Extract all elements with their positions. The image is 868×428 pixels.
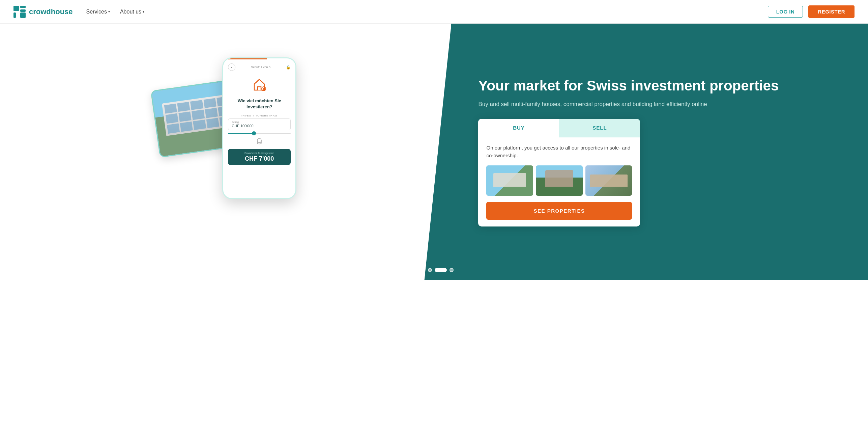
betrag-label: Betrag: [232, 121, 287, 123]
login-button[interactable]: LOG IN: [768, 6, 803, 18]
phone-slider[interactable]: [228, 133, 291, 134]
dots-indicator: [414, 268, 454, 272]
nav-links: Services ▾ About us ▾: [86, 9, 145, 15]
svg-rect-0: [13, 6, 19, 11]
slider-fill: [228, 133, 253, 134]
phone-question: Wie viel möchten Sie investieren?: [228, 98, 291, 110]
phone-content: Wie viel möchten Sie investieren? INVEST…: [223, 73, 295, 198]
phone-step-label: Schritt 1 von 5: [251, 65, 270, 69]
svg-rect-4: [20, 12, 26, 18]
building-silhouette-1: [493, 173, 526, 187]
house-icon: [228, 77, 291, 95]
slider-thumb: [252, 131, 256, 135]
chevron-down-icon: ▾: [143, 10, 144, 14]
svg-rect-1: [20, 6, 26, 8]
hero-section: ‹ Schritt 1 von 5 🔒 Wie viel: [0, 24, 868, 280]
hero-right: Your market for Swiss investment propert…: [451, 24, 868, 280]
phone-container: ‹ Schritt 1 von 5 🔒 Wie viel: [155, 57, 296, 246]
dot-5[interactable]: [450, 268, 454, 272]
logo[interactable]: crowdhouse: [13, 6, 73, 18]
card-description: On our platform, you get access to all o…: [486, 144, 632, 159]
dot-3[interactable]: [428, 268, 432, 272]
hero-title: Your market for Swiss investment propert…: [478, 77, 848, 94]
tab-buy[interactable]: BUY: [478, 119, 559, 137]
phone-input-field[interactable]: Betrag CHF 100'000: [228, 118, 291, 130]
phone-result-box: Erwarteter Jahresgewinn CHF 7'000: [228, 149, 291, 165]
result-label: Erwarteter Jahresgewinn: [231, 152, 287, 155]
see-properties-button[interactable]: SEE PROPERTIES: [486, 202, 632, 220]
dot-2[interactable]: [421, 268, 425, 272]
card-body: On our platform, you get access to all o…: [478, 137, 640, 226]
svg-rect-3: [20, 9, 26, 12]
building-silhouette-2: [545, 170, 573, 187]
property-image-1: [486, 165, 533, 196]
svg-rect-2: [13, 12, 16, 18]
property-images: [486, 165, 632, 196]
phone-top-bar: ‹ Schritt 1 von 5 🔒: [223, 59, 295, 73]
property-image-2: [536, 165, 583, 196]
svg-rect-5: [258, 87, 261, 90]
navbar: crowdhouse Services ▾ About us ▾ LOG IN …: [0, 0, 868, 24]
phone-back-button[interactable]: ‹: [228, 63, 235, 71]
nav-about[interactable]: About us ▾: [120, 9, 144, 15]
property-image-3: [585, 165, 632, 196]
result-value: CHF 7'000: [231, 155, 287, 162]
svg-point-8: [257, 142, 261, 144]
nav-services[interactable]: Services ▾: [86, 9, 110, 15]
tab-sell[interactable]: SELL: [559, 119, 640, 137]
investment-label: INVESTITIONSBETRAG: [228, 114, 291, 117]
hero-subtitle: Buy and sell multi-family houses, commer…: [478, 100, 848, 109]
chevron-down-icon: ▾: [108, 10, 110, 14]
dot-4-active[interactable]: [435, 268, 447, 272]
register-button[interactable]: REGISTER: [808, 5, 855, 18]
building-silhouette-3: [590, 175, 628, 187]
phone-mockup: ‹ Schritt 1 von 5 🔒 Wie viel: [222, 57, 296, 199]
buy-sell-card: BUY SELL On our platform, you get access…: [478, 119, 640, 226]
nav-actions: LOG IN REGISTER: [768, 5, 855, 18]
hero-left: ‹ Schritt 1 von 5 🔒 Wie viel: [0, 24, 451, 280]
coin-icon: [228, 137, 291, 147]
svg-point-7: [257, 138, 261, 142]
lock-icon: 🔒: [286, 65, 291, 70]
tab-row: BUY SELL: [478, 119, 640, 137]
betrag-value: CHF 100'000: [232, 124, 287, 128]
brand-name: crowdhouse: [29, 7, 73, 16]
dot-1[interactable]: [414, 268, 418, 272]
